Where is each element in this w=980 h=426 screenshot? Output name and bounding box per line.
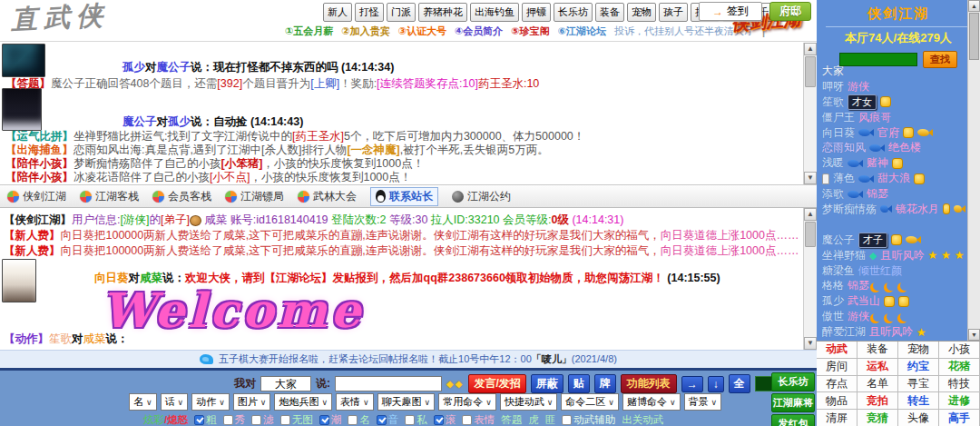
contact-admin-button[interactable]: 联系站长 xyxy=(370,187,438,206)
header-link[interactable]: ②加入贵宾 xyxy=(341,25,389,38)
scroll-thumb[interactable] xyxy=(805,56,816,87)
menu-button[interactable]: 长乐坊 xyxy=(554,3,593,22)
navbar-item[interactable]: 武林大会 xyxy=(298,189,357,204)
user-row[interactable]: 呷呀游侠 xyxy=(822,79,965,94)
paste-button[interactable]: 贴 xyxy=(568,374,590,393)
checkbox-icon[interactable] xyxy=(405,415,415,425)
checkbox-icon[interactable] xyxy=(462,415,472,425)
header-link[interactable]: ⑤珍宝阁 xyxy=(511,25,549,38)
user-row[interactable]: 添歌锦瑟 xyxy=(822,186,965,202)
grid-command[interactable]: 小孩 xyxy=(939,342,980,359)
checkbox-icon[interactable] xyxy=(319,415,329,425)
menu-button[interactable]: 出海钓鱼 xyxy=(470,3,519,22)
scroll-thumb[interactable] xyxy=(805,222,816,247)
grid-command[interactable]: 进修 xyxy=(939,392,980,410)
scroll-down-icon[interactable]: ▼ xyxy=(804,337,817,350)
user-row[interactable]: 梦断痴情殇镜花水月 xyxy=(822,202,965,217)
menu-button[interactable]: 押镖 xyxy=(522,3,551,22)
menu-button[interactable]: 装备 xyxy=(595,3,624,22)
grid-command[interactable]: 清屏 xyxy=(817,410,858,426)
checkbox-icon[interactable] xyxy=(223,415,233,425)
scroll-track[interactable] xyxy=(804,248,817,337)
user-row[interactable]: 大家 xyxy=(822,64,965,79)
grid-command[interactable]: 名单 xyxy=(858,376,898,393)
user-row[interactable]: 傲世游侠 xyxy=(822,309,965,324)
checkbox-icon[interactable] xyxy=(377,415,387,425)
grid-command[interactable]: 头像 xyxy=(898,410,939,426)
function-list-button[interactable]: 功能列表 xyxy=(621,374,677,393)
composer-select[interactable]: 动作∨ xyxy=(191,393,230,411)
composer-select[interactable]: 炮炮兵图∨ xyxy=(274,393,332,411)
option-checkbox[interactable]: 潮 xyxy=(319,413,342,426)
scroll-up-icon[interactable]: ▲ xyxy=(804,43,817,55)
menu-button[interactable]: 宠物 xyxy=(627,3,656,22)
composer-select[interactable]: 赌博命令∨ xyxy=(622,393,681,411)
grid-command[interactable]: 房间 xyxy=(817,359,858,376)
arrow-right-button[interactable]: → xyxy=(681,376,703,392)
option-checkbox[interactable]: 无图 xyxy=(280,413,313,426)
grid-command[interactable]: 物品 xyxy=(817,392,858,410)
option-checkbox[interactable]: 音 xyxy=(377,413,399,426)
grid-command[interactable]: 高手 xyxy=(939,410,980,426)
menu-button[interactable]: 门派 xyxy=(387,3,416,22)
chat-top-scrollbar[interactable]: ▲ ▼ xyxy=(803,43,817,184)
option-checkbox[interactable]: 滤 xyxy=(251,413,274,426)
option-checkbox[interactable]: 秀 xyxy=(223,413,246,426)
navbar-item[interactable]: 侠剑江湖 xyxy=(7,189,66,204)
style-toggle[interactable]: 炫彩/熄怒 xyxy=(143,413,188,426)
navbar-item[interactable]: 江湖客栈 xyxy=(80,189,139,204)
user-list-scrollbar[interactable]: ▲ ▼ xyxy=(967,0,980,341)
user-row[interactable]: 向日葵官府 xyxy=(822,125,965,141)
header-link[interactable]: ④会员简介 xyxy=(455,25,503,38)
grid-command[interactable]: 寻宝 xyxy=(898,376,939,393)
user-row[interactable]: 浅暖赌神 xyxy=(822,155,965,171)
sign-in-button[interactable]: → 签到 xyxy=(699,2,762,21)
composer-select[interactable]: 快捷动武∨ xyxy=(500,393,558,411)
option-checkbox[interactable]: 动武辅助 xyxy=(562,413,615,426)
scroll-down-icon[interactable]: ▼ xyxy=(804,172,817,184)
send-button[interactable]: 发言/发招 xyxy=(468,374,525,393)
checkbox-icon[interactable] xyxy=(251,415,261,425)
option-checkbox[interactable]: 表情 xyxy=(462,413,495,426)
menu-button[interactable]: 打怪 xyxy=(355,3,384,22)
composer-select[interactable]: 图片∨ xyxy=(233,393,271,411)
user-row[interactable]: 僵尸王风痕哥 xyxy=(822,110,965,125)
grid-command[interactable]: 存点 xyxy=(817,376,858,393)
grid-command[interactable]: 动武 xyxy=(817,342,858,359)
user-row[interactable]: 格格锦瑟 xyxy=(822,278,965,293)
checkbox-icon[interactable] xyxy=(348,415,358,425)
composer-select[interactable]: 话∨ xyxy=(161,393,189,411)
scroll-down-icon[interactable]: ▼ xyxy=(968,329,980,341)
composer-select[interactable]: 名∨ xyxy=(129,393,157,411)
checkbox-icon[interactable] xyxy=(434,415,444,425)
header-link[interactable]: ⑥江湖论坛 xyxy=(558,25,606,38)
grid-command[interactable]: 竞猜 xyxy=(858,410,898,426)
header-link[interactable]: ①五会月薪 xyxy=(285,25,333,38)
option-checkbox[interactable]: 私 xyxy=(405,413,427,426)
grid-command[interactable]: 竞拍 xyxy=(858,392,898,410)
scroll-up-icon[interactable]: ▲ xyxy=(804,208,817,221)
scroll-thumb[interactable] xyxy=(969,13,979,60)
user-row[interactable]: 孤少武当山 xyxy=(822,293,965,309)
green-room-button[interactable]: 长乐坊 xyxy=(771,372,815,391)
option-link[interactable]: 匪 xyxy=(545,413,556,426)
checkbox-icon[interactable] xyxy=(562,415,572,425)
composer-select[interactable]: 常用命令∨ xyxy=(438,393,496,411)
message-input[interactable] xyxy=(335,376,442,391)
grid-command[interactable]: 运私 xyxy=(858,359,898,376)
grid-command[interactable]: 花猪 xyxy=(939,359,980,376)
grid-command[interactable]: 宠物 xyxy=(898,342,939,359)
pact-item[interactable]: 江湖公约 xyxy=(452,189,511,204)
checkbox-icon[interactable] xyxy=(280,415,290,425)
option-checkbox[interactable]: 名 xyxy=(348,413,370,426)
user-row[interactable]: 笙歌才女 xyxy=(822,94,965,110)
arrow-down-button[interactable]: ↓ xyxy=(708,376,724,392)
scroll-track[interactable] xyxy=(968,61,980,329)
user-row[interactable]: 糖梁鱼倾世红颜 xyxy=(822,263,965,279)
header-link[interactable]: ③认证大号 xyxy=(398,25,446,38)
menu-button[interactable]: 新人 xyxy=(323,3,352,22)
composer-select[interactable]: 命令二区∨ xyxy=(561,393,619,411)
all-button[interactable]: 全 xyxy=(729,374,750,393)
option-link[interactable]: 出关动武 xyxy=(622,413,663,426)
mansion-button[interactable]: 府邸 xyxy=(769,2,811,21)
